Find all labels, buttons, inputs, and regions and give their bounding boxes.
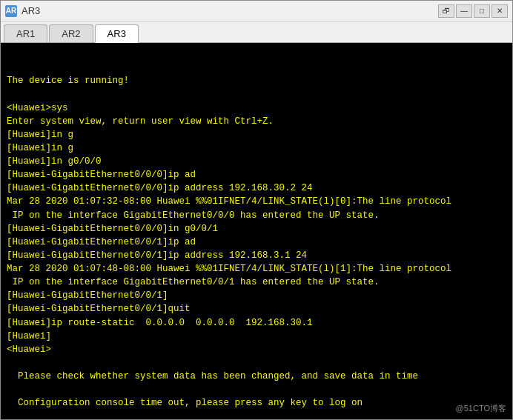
title-bar-controls: 🗗 — □ ✕ — [438, 4, 508, 18]
tab-ar2[interactable]: AR2 — [49, 24, 93, 42]
restore-icon: 🗗 — [443, 7, 450, 15]
title-bar-left: AR AR3 — [5, 5, 40, 17]
window-title: AR3 — [21, 5, 40, 16]
close-button[interactable]: ✕ — [492, 4, 508, 18]
tab-ar3[interactable]: AR3 — [95, 24, 139, 43]
main-window: AR AR3 🗗 — □ ✕ AR1 AR2 AR3 The device is… — [0, 0, 513, 420]
app-icon-text: AR — [6, 7, 16, 15]
minimize-button[interactable]: — — [456, 4, 472, 18]
close-icon: ✕ — [497, 7, 503, 15]
restore-button[interactable]: 🗗 — [438, 4, 454, 18]
tab-bar: AR1 AR2 AR3 — [1, 21, 512, 43]
terminal-output: The device is running! <Huawei>sys Enter… — [7, 74, 506, 410]
title-bar: AR AR3 🗗 — □ ✕ — [1, 1, 512, 21]
maximize-button[interactable]: □ — [474, 4, 490, 18]
minimize-icon: — — [460, 7, 468, 15]
maximize-icon: □ — [480, 7, 484, 15]
terminal-area[interactable]: The device is running! <Huawei>sys Enter… — [1, 43, 512, 419]
tab-ar1[interactable]: AR1 — [4, 24, 47, 42]
watermark: @51CTO博客 — [456, 403, 506, 415]
app-icon: AR — [5, 5, 17, 17]
